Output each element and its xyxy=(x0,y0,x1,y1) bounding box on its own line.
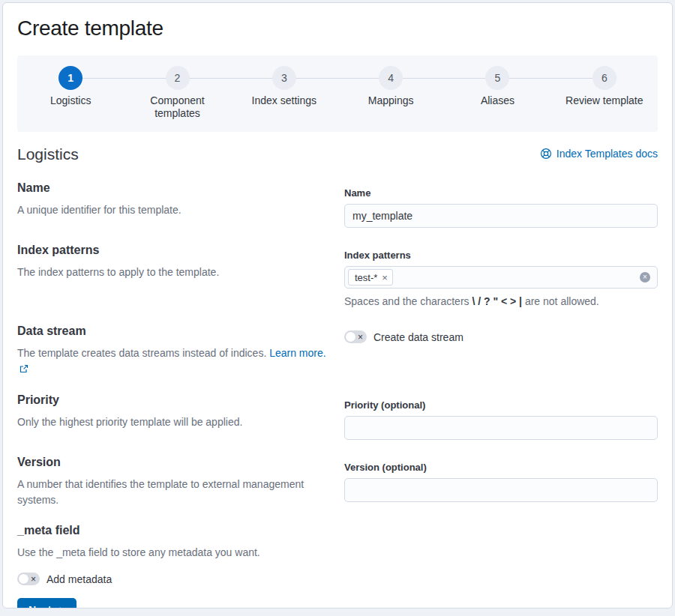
step-connector xyxy=(444,78,485,79)
toggle-knob xyxy=(345,331,356,342)
form-row-name: Name A unique identifier for this templa… xyxy=(17,181,658,228)
toggle-off-cross-icon: × xyxy=(31,574,36,583)
index-templates-docs-link[interactable]: Index Templates docs xyxy=(540,148,658,160)
chevron-right-icon xyxy=(57,606,65,609)
step-title: Logistics xyxy=(26,94,115,107)
index-pattern-tag: test-* × xyxy=(348,269,393,286)
toggle-off-cross-icon: × xyxy=(358,332,363,341)
step-title: Index settings xyxy=(240,94,328,107)
step-connector xyxy=(296,78,338,79)
create-data-stream-toggle[interactable]: × xyxy=(344,330,367,343)
step-connector xyxy=(338,78,379,79)
priority-field-label: Priority (optional) xyxy=(344,399,658,411)
meta-group-title: _meta field xyxy=(17,524,658,537)
step-number-badge: 5 xyxy=(485,66,509,90)
create-data-stream-label: Create data stream xyxy=(374,331,464,343)
page-title: Create template xyxy=(17,16,658,40)
clear-combobox-icon[interactable]: × xyxy=(640,272,650,283)
next-button[interactable]: Next xyxy=(17,598,76,609)
step-number-badge: 2 xyxy=(166,66,190,90)
step-title: Review template xyxy=(560,94,649,107)
step-number-badge: 1 xyxy=(58,66,82,90)
external-link-icon xyxy=(20,363,28,375)
step-connector xyxy=(231,78,272,79)
data-stream-group-title: Data stream xyxy=(17,324,331,338)
data-stream-group-description: The template creates data streams instea… xyxy=(17,345,331,378)
version-input[interactable] xyxy=(344,478,658,502)
learn-more-link[interactable]: Learn more. xyxy=(269,347,326,359)
form-row-version: Version A number that identifies the tem… xyxy=(17,456,658,508)
stepper-step-review-template[interactable]: 6 Review template xyxy=(551,66,658,120)
data-stream-description-text: The template creates data streams instea… xyxy=(17,347,269,359)
step-title: Component templates xyxy=(133,94,221,120)
name-group-title: Name xyxy=(17,181,331,195)
help-text-chars: \ / ? " < > | xyxy=(472,295,522,307)
priority-group-description: Only the highest priority template will … xyxy=(17,414,331,430)
help-text-prefix: Spaces and the characters xyxy=(344,295,472,307)
next-button-label: Next xyxy=(28,604,51,609)
stepper-step-component-templates[interactable]: 2 Component templates xyxy=(124,66,230,120)
version-group-title: Version xyxy=(17,456,331,469)
toggle-knob xyxy=(18,573,29,585)
step-connector xyxy=(82,78,124,79)
version-group-description: A number that identifies the template to… xyxy=(17,477,331,508)
version-field-label: Version (optional) xyxy=(344,462,658,473)
add-metadata-label: Add metadata xyxy=(46,573,112,585)
help-docs-icon xyxy=(540,148,552,160)
index-patterns-group-title: Index patterns xyxy=(17,244,331,257)
index-patterns-group-description: The index patterns to apply to the templ… xyxy=(17,265,331,280)
index-pattern-tag-label: test-* xyxy=(355,272,377,283)
step-connector xyxy=(403,78,444,79)
index-patterns-help-text: Spaces and the characters \ / ? " < > | … xyxy=(344,294,658,309)
step-connector xyxy=(190,78,231,79)
stepper-step-logistics[interactable]: 1 Logistics xyxy=(17,66,124,120)
docs-link-label: Index Templates docs xyxy=(556,148,658,160)
step-connector xyxy=(124,78,165,79)
form-row-meta-field: _meta field Use the _meta field to store… xyxy=(17,524,658,585)
wizard-stepper: 1 Logistics 2 Component templates 3 Inde… xyxy=(17,55,658,132)
stepper-step-mappings[interactable]: 4 Mappings xyxy=(338,66,444,120)
remove-tag-icon[interactable]: × xyxy=(380,272,389,283)
priority-input[interactable] xyxy=(344,416,658,440)
step-title: Aliases xyxy=(453,94,542,107)
step-title: Mappings xyxy=(346,94,435,107)
index-patterns-combobox[interactable]: test-* × × xyxy=(344,266,658,289)
step-number-badge: 6 xyxy=(592,66,616,90)
stepper-step-aliases[interactable]: 5 Aliases xyxy=(444,66,550,120)
form-row-index-patterns: Index patterns The index patterns to app… xyxy=(17,244,658,309)
help-text-suffix: are not allowed. xyxy=(522,295,599,307)
create-template-panel: Create template 1 Logistics 2 Component … xyxy=(2,2,673,609)
name-field-label: Name xyxy=(344,187,658,199)
priority-group-title: Priority xyxy=(17,393,331,407)
step-connector xyxy=(509,78,550,79)
add-metadata-toggle[interactable]: × xyxy=(17,573,40,585)
name-input[interactable] xyxy=(344,204,658,228)
stepper-step-index-settings[interactable]: 3 Index settings xyxy=(231,66,338,120)
name-group-description: A unique identifier for this template. xyxy=(17,202,331,218)
section-title: Logistics xyxy=(17,145,79,163)
step-connector xyxy=(551,78,592,79)
index-patterns-field-label: Index patterns xyxy=(344,250,658,261)
meta-group-description: Use the _meta field to store any metadat… xyxy=(17,545,658,561)
step-number-badge: 4 xyxy=(379,66,403,90)
form-row-priority: Priority Only the highest priority templ… xyxy=(17,393,658,440)
form-row-data-stream: Data stream The template creates data st… xyxy=(17,324,658,378)
step-number-badge: 3 xyxy=(272,66,296,90)
